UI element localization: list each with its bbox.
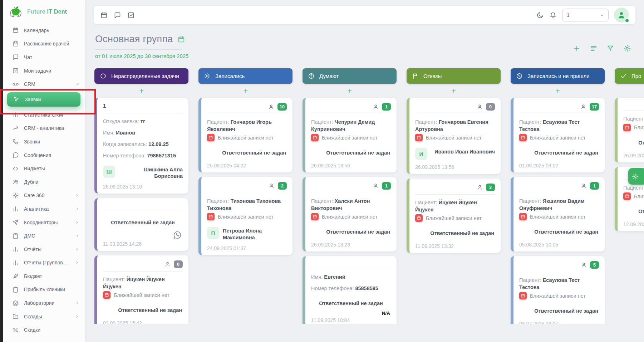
sidebar-item-doctors-schedule[interactable]: Расписание врачей: [3, 37, 85, 51]
sidebar-item-reports[interactable]: Отчёты: [3, 243, 85, 256]
sidebar-item-label: Статистика CRM: [24, 112, 63, 118]
kanban-card[interactable]: 0Пациент: Гончарова Евгения АртуровнаБли…: [407, 98, 501, 174]
sidebar-item-care360[interactable]: Care 360: [3, 189, 85, 202]
calendar-icon[interactable]: [177, 35, 185, 43]
kanban-card[interactable]: Пациент: 1Ближайшей записи нетОтветствен…: [615, 98, 644, 162]
kanban-card[interactable]: 17Пациент: Есаулова Тест ТестоваБлижайше…: [511, 98, 605, 172]
whatsapp-icon[interactable]: [173, 230, 182, 240]
calendar-icon: [417, 216, 421, 220]
folder-icon: [12, 313, 19, 320]
sidebar: Future IT Dent КалендарьРасписание враче…: [3, 0, 85, 342]
kanban-column-refusals: Отказы0Пациент: Гончарова Евгения Артуро…: [407, 68, 501, 324]
sidebar-item-budget[interactable]: Бюджет: [3, 269, 85, 283]
kanban-card[interactable]: 1Пациент: Чепурин Демид КуприяновичБлижа…: [303, 98, 397, 172]
responsible-initial-chip: П: [207, 227, 219, 239]
column-add-button[interactable]: [94, 84, 188, 98]
list-view-button[interactable]: [590, 44, 598, 52]
users-icon: [12, 179, 19, 185]
board-settings-button[interactable]: [628, 168, 644, 185]
card-count-badge: 1: [590, 182, 599, 190]
responsible-person: ШШишкина Алла Борисовна: [103, 166, 183, 180]
filter-button[interactable]: [606, 44, 614, 52]
chat-icon[interactable]: [114, 11, 121, 19]
patient-line: Пациент: Чепурин Демид Куприянович: [311, 119, 391, 133]
patient-label: Пациент:: [415, 119, 439, 125]
card-badge-row: 1: [311, 103, 391, 111]
moon-icon[interactable]: [536, 11, 544, 19]
kanban-card[interactable]: 5Пациент: Есаулова Тест ТестоваБлижайшей…: [511, 256, 605, 324]
topbar: 1: [94, 6, 635, 24]
responsible-unset-text: Ответственный не задан: [623, 140, 644, 146]
calendar-icon: [12, 27, 19, 34]
kanban-card[interactable]: 2Пациент: Тихонова Тихонова ТихоноваБлиж…: [198, 177, 292, 255]
card-divider: [415, 194, 495, 195]
sidebar-item-duplicates[interactable]: Дубли: [3, 175, 85, 189]
sidebar-item-analytics[interactable]: Аналитика: [3, 202, 85, 216]
kanban-card[interactable]: 0Пациент: Йцукен Йцукен ЙцукенБлижайшей …: [94, 255, 188, 324]
card-divider: [623, 111, 644, 111]
card-datetime: 24.09.2025 01:37: [207, 245, 287, 251]
calendar-icon[interactable]: [100, 11, 108, 19]
sidebar-item-chat[interactable]: Чат: [3, 50, 85, 64]
kanban-card[interactable]: Ответственный не задан11.09.2025 14:26: [94, 198, 188, 251]
circle-icon: [100, 73, 107, 79]
kanban-card[interactable]: 10Пациент: Гончаров Игорь ЯковлевичБлижа…: [198, 98, 292, 172]
settings-button[interactable]: [623, 44, 631, 52]
sidebar-item-crm[interactable]: CRM: [3, 77, 85, 91]
kanban-card[interactable]: 1Пациент: Якшилов Вадим ОнуфриевичБлижай…: [511, 177, 605, 251]
column-cards: 10Пациент: Гончаров Игорь ЯковлевичБлижа…: [198, 98, 292, 255]
user-avatar[interactable]: [614, 8, 629, 23]
sidebar-item-calendar[interactable]: Календарь: [3, 24, 85, 37]
sidebar-item-labs[interactable]: Лаборатории: [3, 296, 85, 310]
card-datetime: 01.09.2025 09:02: [519, 163, 599, 168]
sidebar-item-label: Прибыль клиники: [24, 287, 65, 292]
patient-label: Пациент:: [207, 119, 231, 125]
patient-line: Пациент: 1: [623, 116, 644, 123]
no-appointment-line: Ближайшей записи нет: [311, 134, 391, 141]
clinic-select[interactable]: 1: [562, 9, 609, 21]
column-add-button[interactable]: [407, 84, 501, 98]
add-card-button[interactable]: [573, 44, 581, 52]
patient-label: Пациент:: [519, 277, 543, 283]
sidebar-item-label: Координаторы: [24, 220, 58, 225]
column-add-button[interactable]: [615, 84, 644, 98]
card-count-badge: 0: [486, 103, 495, 111]
check-square-icon[interactable]: [127, 11, 135, 19]
responsible-person: ППетрова Илона Максимовна: [207, 227, 287, 241]
sidebar-item-group-reports[interactable]: Отчеты (Групповые): [3, 256, 85, 270]
sidebar-item-warehouses[interactable]: Склады: [3, 310, 85, 323]
bar-chart-icon: [12, 246, 19, 253]
sidebar-item-messages[interactable]: Сообщения: [3, 148, 85, 162]
column-cards: Пациент: 1Ближайшей записи нетОтветствен…: [615, 98, 644, 231]
sidebar-item-widgets[interactable]: Виджеты: [3, 162, 85, 175]
chevron-right-icon: [75, 314, 80, 319]
column-add-button[interactable]: [303, 84, 397, 98]
card-datetime: 26.09.2025 13:56: [415, 164, 495, 170]
chevron-down-icon: [75, 82, 80, 87]
column-add-button[interactable]: [511, 84, 605, 98]
kanban-card[interactable]: 1Откуда заявка: тгИмя: ИвановКогда запис…: [94, 98, 188, 194]
sidebar-item-crm-analytics[interactable]: CRM - аналитика: [3, 122, 85, 135]
column-add-button[interactable]: [198, 84, 292, 98]
sidebar-item-clinic-profit[interactable]: Прибыль клиники: [3, 283, 85, 297]
sidebar-item-crm-stats[interactable]: Статистика CRM: [3, 108, 85, 122]
column-cards: 1Откуда заявка: тгИмя: ИвановКогда запис…: [94, 98, 188, 324]
sidebar-item-requests[interactable]: Заявки: [7, 92, 80, 107]
responsible-name: Иванов Иван Иванович: [431, 148, 495, 155]
kanban-card[interactable]: 3Пациент: Йцукен Йцукен ЙцукенБлижайшей …: [407, 179, 501, 253]
sidebar-item-my-tasks[interactable]: Мои задачи: [3, 64, 85, 78]
sidebar-item-calls[interactable]: Звонки: [3, 135, 85, 148]
card-divider: [207, 193, 287, 193]
kanban-card[interactable]: 1Пациент: Халски Антон ВикторовичБлижайш…: [303, 177, 397, 251]
patient-label: Пациент:: [519, 119, 543, 125]
sidebar-item-label: Чат: [24, 54, 32, 60]
card-divider: [103, 271, 183, 272]
sidebar-item-discounts[interactable]: Скидки: [3, 323, 85, 337]
bell-icon[interactable]: [549, 11, 557, 19]
sun-icon: [204, 73, 211, 79]
sidebar-item-dms[interactable]: ДМС: [3, 229, 85, 243]
kanban-card[interactable]: Имя: ЕвгенийНомер телефона: 85858585Отве…: [303, 256, 397, 324]
column-header-unassigned: Нераспределенные задачи: [94, 68, 188, 84]
card-badge-row: 3: [415, 183, 495, 191]
sidebar-item-coordinators[interactable]: Координаторы: [3, 216, 85, 229]
